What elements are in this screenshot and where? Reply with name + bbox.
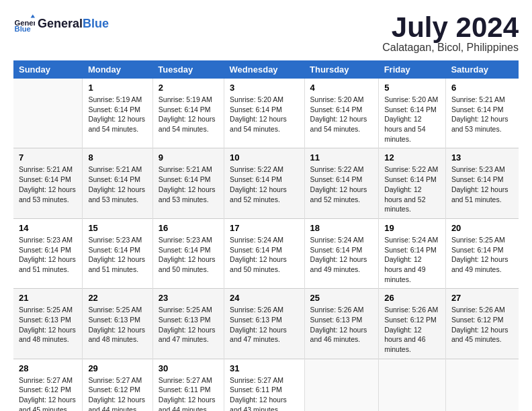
calendar-table: Sunday Monday Tuesday Wednesday Thursday… [13,60,519,411]
day-cell: 17Sunrise: 5:24 AMSunset: 6:14 PMDayligh… [224,218,304,288]
day-info: Sunrise: 5:23 AMSunset: 6:14 PMDaylight:… [451,165,513,204]
day-number: 21 [19,293,77,303]
day-number: 24 [230,293,298,303]
day-cell: 1Sunrise: 5:19 AMSunset: 6:14 PMDaylight… [83,79,152,148]
day-number: 30 [159,363,218,373]
day-info: Sunrise: 5:20 AMSunset: 6:14 PMDaylight:… [384,95,440,144]
day-cell: 21Sunrise: 5:25 AMSunset: 6:13 PMDayligh… [13,289,83,359]
day-cell: 24Sunrise: 5:26 AMSunset: 6:13 PMDayligh… [224,289,304,359]
day-number: 12 [384,152,440,163]
col-saturday: Saturday [445,60,519,79]
day-number: 15 [88,223,146,233]
col-thursday: Thursday [304,60,379,79]
day-number: 29 [88,363,146,373]
col-tuesday: Tuesday [152,60,224,79]
day-info: Sunrise: 5:25 AMSunset: 6:14 PMDaylight:… [451,235,513,275]
svg-marker-2 [31,15,35,18]
day-cell: 29Sunrise: 5:27 AMSunset: 6:12 PMDayligh… [83,359,152,411]
day-info: Sunrise: 5:21 AMSunset: 6:14 PMDaylight:… [451,95,513,134]
day-cell: 6Sunrise: 5:21 AMSunset: 6:14 PMDaylight… [445,79,519,148]
day-info: Sunrise: 5:22 AMSunset: 6:14 PMDaylight:… [230,165,298,204]
day-info: Sunrise: 5:23 AMSunset: 6:14 PMDaylight:… [19,235,77,275]
day-cell: 16Sunrise: 5:23 AMSunset: 6:14 PMDayligh… [152,218,224,288]
day-cell: 30Sunrise: 5:27 AMSunset: 6:11 PMDayligh… [152,359,224,411]
day-number: 2 [159,83,218,93]
day-info: Sunrise: 5:25 AMSunset: 6:13 PMDaylight:… [159,305,218,345]
day-info: Sunrise: 5:21 AMSunset: 6:14 PMDaylight:… [19,165,77,204]
day-cell [304,359,379,411]
day-info: Sunrise: 5:24 AMSunset: 6:14 PMDaylight:… [230,235,298,275]
day-cell: 4Sunrise: 5:20 AMSunset: 6:14 PMDaylight… [304,79,379,148]
day-number: 1 [88,83,146,93]
day-info: Sunrise: 5:27 AMSunset: 6:11 PMDaylight:… [230,375,298,411]
day-info: Sunrise: 5:20 AMSunset: 6:14 PMDaylight:… [230,95,298,134]
header-row: Sunday Monday Tuesday Wednesday Thursday… [13,60,519,79]
day-cell: 22Sunrise: 5:25 AMSunset: 6:13 PMDayligh… [83,289,152,359]
day-cell: 11Sunrise: 5:22 AMSunset: 6:14 PMDayligh… [304,148,379,218]
day-cell: 14Sunrise: 5:23 AMSunset: 6:14 PMDayligh… [13,218,83,288]
day-cell [13,79,83,148]
day-info: Sunrise: 5:23 AMSunset: 6:14 PMDaylight:… [88,235,146,275]
day-number: 18 [310,223,373,233]
day-cell: 23Sunrise: 5:25 AMSunset: 6:13 PMDayligh… [152,289,224,359]
day-info: Sunrise: 5:22 AMSunset: 6:14 PMDaylight:… [310,165,373,204]
logo-icon: General Blue [13,13,35,35]
day-cell: 19Sunrise: 5:24 AMSunset: 6:14 PMDayligh… [379,218,446,288]
day-cell: 5Sunrise: 5:20 AMSunset: 6:14 PMDaylight… [379,79,446,148]
svg-text:Blue: Blue [15,25,31,33]
day-info: Sunrise: 5:26 AMSunset: 6:12 PMDaylight:… [451,305,513,345]
day-info: Sunrise: 5:26 AMSunset: 6:13 PMDaylight:… [230,305,298,345]
day-number: 26 [384,293,440,303]
main-title: July 2024 [382,13,519,42]
day-info: Sunrise: 5:24 AMSunset: 6:14 PMDaylight:… [384,235,440,284]
day-number: 8 [88,152,146,163]
day-cell: 13Sunrise: 5:23 AMSunset: 6:14 PMDayligh… [445,148,519,218]
day-cell: 9Sunrise: 5:21 AMSunset: 6:14 PMDaylight… [152,148,224,218]
day-cell: 15Sunrise: 5:23 AMSunset: 6:14 PMDayligh… [83,218,152,288]
day-info: Sunrise: 5:26 AMSunset: 6:13 PMDaylight:… [310,305,373,345]
day-info: Sunrise: 5:27 AMSunset: 6:12 PMDaylight:… [19,375,77,411]
day-info: Sunrise: 5:21 AMSunset: 6:14 PMDaylight:… [88,165,146,204]
day-info: Sunrise: 5:25 AMSunset: 6:13 PMDaylight:… [19,305,77,345]
day-cell: 18Sunrise: 5:24 AMSunset: 6:14 PMDayligh… [304,218,379,288]
day-cell: 26Sunrise: 5:26 AMSunset: 6:12 PMDayligh… [379,289,446,359]
day-number: 9 [159,152,218,163]
day-cell: 8Sunrise: 5:21 AMSunset: 6:14 PMDaylight… [83,148,152,218]
day-cell [379,359,446,411]
day-cell: 31Sunrise: 5:27 AMSunset: 6:11 PMDayligh… [224,359,304,411]
day-info: Sunrise: 5:24 AMSunset: 6:14 PMDaylight:… [310,235,373,275]
col-sunday: Sunday [13,60,83,79]
day-info: Sunrise: 5:26 AMSunset: 6:12 PMDaylight:… [384,305,440,354]
day-info: Sunrise: 5:23 AMSunset: 6:14 PMDaylight:… [159,235,218,275]
week-row-3: 14Sunrise: 5:23 AMSunset: 6:14 PMDayligh… [13,218,519,288]
day-cell: 27Sunrise: 5:26 AMSunset: 6:12 PMDayligh… [445,289,519,359]
day-info: Sunrise: 5:19 AMSunset: 6:14 PMDaylight:… [88,95,146,134]
subtitle: Calatagan, Bicol, Philippines [382,42,519,54]
logo: General Blue GeneralBlue [13,13,109,35]
day-cell: 10Sunrise: 5:22 AMSunset: 6:14 PMDayligh… [224,148,304,218]
day-cell: 20Sunrise: 5:25 AMSunset: 6:14 PMDayligh… [445,218,519,288]
day-number: 16 [159,223,218,233]
week-row-4: 21Sunrise: 5:25 AMSunset: 6:13 PMDayligh… [13,289,519,359]
day-number: 27 [451,293,513,303]
week-row-2: 7Sunrise: 5:21 AMSunset: 6:14 PMDaylight… [13,148,519,218]
day-info: Sunrise: 5:27 AMSunset: 6:11 PMDaylight:… [159,375,218,411]
week-row-5: 28Sunrise: 5:27 AMSunset: 6:12 PMDayligh… [13,359,519,411]
day-info: Sunrise: 5:22 AMSunset: 6:14 PMDaylight:… [384,165,440,214]
day-number: 5 [384,83,440,93]
day-number: 11 [310,152,373,163]
day-number: 13 [451,152,513,163]
day-cell [445,359,519,411]
day-number: 19 [384,223,440,233]
day-info: Sunrise: 5:21 AMSunset: 6:14 PMDaylight:… [159,165,218,204]
day-number: 10 [230,152,298,163]
day-number: 4 [310,83,373,93]
day-info: Sunrise: 5:20 AMSunset: 6:14 PMDaylight:… [310,95,373,134]
day-number: 23 [159,293,218,303]
day-number: 7 [19,152,77,163]
day-number: 31 [230,363,298,373]
week-row-1: 1Sunrise: 5:19 AMSunset: 6:14 PMDaylight… [13,79,519,148]
day-cell: 2Sunrise: 5:19 AMSunset: 6:14 PMDaylight… [152,79,224,148]
day-cell: 12Sunrise: 5:22 AMSunset: 6:14 PMDayligh… [379,148,446,218]
logo-general: General [38,17,83,30]
